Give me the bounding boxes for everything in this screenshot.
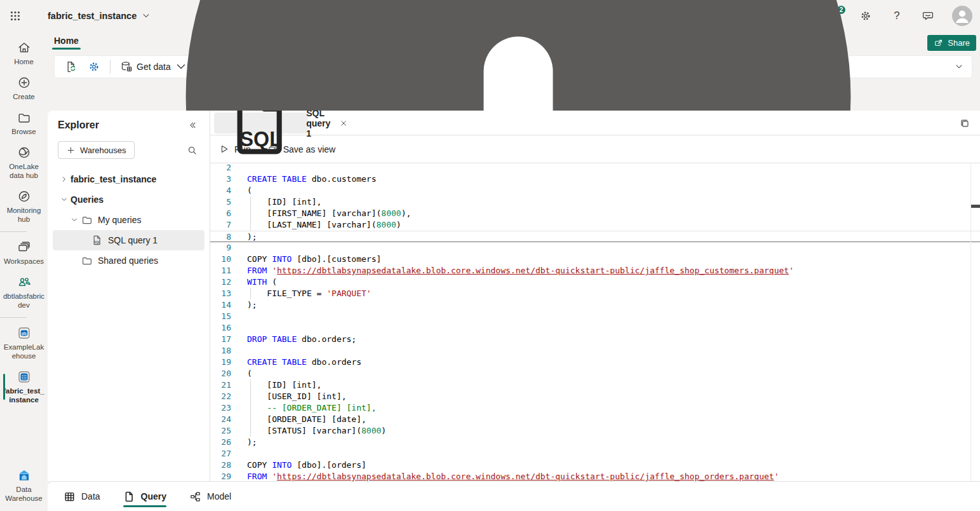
code-line-13[interactable]: 13 FILE_TYPE = 'PARQUET' xyxy=(210,288,980,299)
tree-item-shared-queries[interactable]: Shared queries xyxy=(53,250,205,271)
line-number: 26 xyxy=(210,437,247,448)
code-line-10[interactable]: 10COPY INTO [dbo].[customers] xyxy=(210,254,980,265)
code-text: ); xyxy=(247,231,980,242)
code-line-15[interactable]: 15 xyxy=(210,311,980,322)
rail-item-dbtlabsfabricdev[interactable]: dbtlabsfabricdev xyxy=(0,270,48,314)
view-tab-query[interactable]: Query xyxy=(123,482,166,511)
line-number: 2 xyxy=(210,164,247,174)
code-text: [STATUS] [varchar](8000) xyxy=(247,425,980,437)
code-line-21[interactable]: 21 [ID] [int], xyxy=(210,379,980,391)
code-text xyxy=(247,242,980,254)
line-number: 28 xyxy=(210,460,247,471)
rail-item-workspaces[interactable]: Workspaces xyxy=(0,235,48,270)
code-line-26[interactable]: 26); xyxy=(210,437,980,448)
copy-button[interactable] xyxy=(958,116,972,130)
code-line-17[interactable]: 17DROP TABLE dbo.orders; xyxy=(210,334,980,345)
tree-item-sql-query-1[interactable]: SQLSQL query 1 xyxy=(53,230,205,250)
plus-circle-icon xyxy=(17,76,31,90)
line-number: 11 xyxy=(210,265,247,276)
code-text xyxy=(247,311,980,322)
code-text xyxy=(247,164,980,174)
rail-item-data-warehouse[interactable]: Data Warehouse xyxy=(0,463,48,507)
tree-item-label: SQL query 1 xyxy=(108,235,158,245)
code-line-3[interactable]: 3CREATE TABLE dbo.customers xyxy=(210,174,980,185)
expand-chevron[interactable] xyxy=(58,173,70,186)
code-text: ( xyxy=(247,368,980,379)
code-line-6[interactable]: 6 [FIRST_NAME] [varchar](8000), xyxy=(210,208,980,219)
rail-item-label: Browse xyxy=(11,127,36,136)
code-line-11[interactable]: 11FROM 'https://dbtlabsynapsedatalake.bl… xyxy=(210,265,980,276)
code-line-4[interactable]: 4( xyxy=(210,185,980,196)
line-number: 15 xyxy=(210,311,247,322)
code-line-28[interactable]: 28COPY INTO [dbo].[orders] xyxy=(210,460,980,471)
code-line-22[interactable]: 22 [USER_ID] [int], xyxy=(210,391,980,402)
line-number: 21 xyxy=(210,379,247,391)
collapse-icon xyxy=(187,120,198,130)
line-number: 27 xyxy=(210,448,247,460)
code-line-9[interactable]: 9 xyxy=(210,242,980,254)
view-tab-data[interactable]: Data xyxy=(64,482,100,511)
code-line-12[interactable]: 12WITH ( xyxy=(210,276,980,288)
rail-item-fabric-test-instance[interactable]: fabric_test_instance xyxy=(0,365,48,409)
rail-item-home[interactable]: Home xyxy=(0,36,48,71)
code-line-27[interactable]: 27 xyxy=(210,448,980,460)
line-number: 29 xyxy=(210,471,247,481)
tree-item-queries[interactable]: Queries xyxy=(53,189,205,210)
line-number: 4 xyxy=(210,185,247,196)
line-number: 20 xyxy=(210,368,247,379)
code-line-14[interactable]: 14); xyxy=(210,299,980,311)
svg-text:SQL: SQL xyxy=(240,128,282,151)
code-line-20[interactable]: 20( xyxy=(210,368,980,379)
people-icon xyxy=(17,275,31,289)
collapse-chevron[interactable] xyxy=(58,193,70,206)
code-line-23[interactable]: 23 -- [ORDER_DATE] [int], xyxy=(210,402,980,414)
explorer-search-button[interactable] xyxy=(184,142,199,158)
code-line-2[interactable]: 2 xyxy=(210,164,980,174)
rail-item-examplelakehouse[interactable]: ExampleLakehouse xyxy=(0,321,48,365)
tree-item-my-queries[interactable]: My queries xyxy=(53,210,205,230)
code-text: [ORDER_DATE] [date], xyxy=(247,414,980,425)
stack-icon xyxy=(17,240,31,254)
line-number: 6 xyxy=(210,208,247,219)
collapse-chevron[interactable] xyxy=(68,214,81,226)
rail-item-browse[interactable]: Browse xyxy=(0,106,48,140)
view-switcher-bar: DataQueryModel xyxy=(48,481,980,511)
code-line-29[interactable]: 29FROM 'https://dbtlabsynapsedatalake.bl… xyxy=(210,471,980,481)
view-tab-label: Query xyxy=(141,491,166,501)
line-number: 19 xyxy=(210,357,247,368)
rail-item-onelake-data-hub[interactable]: OneLake data hub xyxy=(0,140,48,184)
rail-item-label: Create xyxy=(13,92,35,101)
rail-item-create[interactable]: Create xyxy=(0,71,48,106)
code-line-16[interactable]: 16 xyxy=(210,322,980,334)
code-line-19[interactable]: 19CREATE TABLE dbo.orders xyxy=(210,357,980,368)
query-tab[interactable]: SQL SQL query 1 xyxy=(214,112,308,133)
line-number: 17 xyxy=(210,334,247,345)
code-line-7[interactable]: 7 [LAST_NAME] [varchar](8000) xyxy=(210,219,980,231)
tree-item-fabric-test-instance[interactable]: fabric_test_instance xyxy=(53,169,205,189)
new-warehouse-item-button[interactable]: Warehouses xyxy=(58,141,135,159)
close-tab-button[interactable] xyxy=(340,118,347,129)
view-tab-model[interactable]: Model xyxy=(189,482,231,511)
code-text: FROM 'https://dbtlabsynapsedatalake.blob… xyxy=(247,471,980,481)
query-tabstrip: SQL SQL query 1 xyxy=(210,111,980,135)
code-line-8[interactable]: 8); xyxy=(210,231,980,242)
code-line-25[interactable]: 25 [STATUS] [varchar](8000) xyxy=(210,425,980,437)
code-text: DROP TABLE dbo.orders; xyxy=(247,334,980,345)
table-grid-icon xyxy=(64,491,76,503)
app-launcher-button[interactable] xyxy=(0,0,30,32)
sql-code-editor[interactable]: 23CREATE TABLE dbo.customers4(5 [ID] [in… xyxy=(210,164,980,481)
code-line-18[interactable]: 18 xyxy=(210,345,980,357)
view-tab-label: Model xyxy=(207,491,231,501)
line-number: 23 xyxy=(210,402,247,414)
collapse-explorer-button[interactable] xyxy=(185,118,199,132)
code-text: ); xyxy=(247,299,980,311)
code-text xyxy=(247,322,980,334)
code-line-24[interactable]: 24 [ORDER_DATE] [date], xyxy=(210,414,980,425)
code-line-5[interactable]: 5 [ID] [int], xyxy=(210,196,980,208)
code-text: [FIRST_NAME] [varchar](8000), xyxy=(247,208,980,219)
rail-item-monitoring-hub[interactable]: Monitoring hub xyxy=(0,184,48,228)
left-nav-rail: HomeCreateBrowseOneLake data hubMonitori… xyxy=(0,32,48,511)
lakehouse-icon xyxy=(17,326,31,340)
code-text: [LAST_NAME] [varchar](8000) xyxy=(247,219,980,231)
rail-item-label: fabric_test_instance xyxy=(3,386,45,404)
